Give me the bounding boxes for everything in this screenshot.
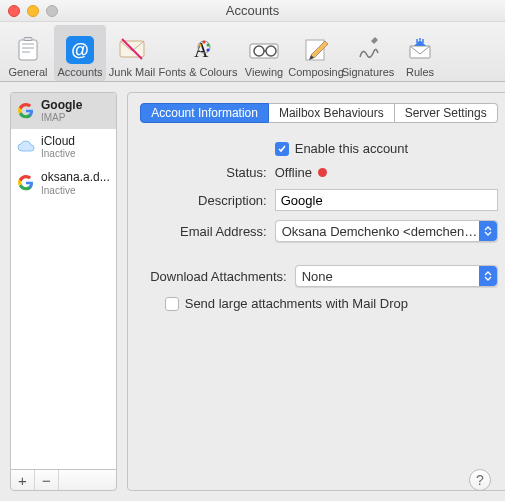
toolbar-label: Junk Mail	[109, 66, 155, 78]
general-icon	[13, 35, 43, 65]
description-label: Description:	[140, 193, 275, 208]
tab-mailbox-behaviours[interactable]: Mailbox Behaviours	[269, 103, 395, 123]
svg-point-11	[203, 41, 206, 44]
accounts-list[interactable]: Google IMAP iCloud Inactive oksana.a.d	[10, 92, 117, 469]
minimize-window-button[interactable]	[27, 5, 39, 17]
tab-server-settings[interactable]: Server Settings	[395, 103, 498, 123]
toolbar-label: General	[8, 66, 47, 78]
mail-drop-checkbox[interactable]	[165, 297, 179, 311]
toolbar-viewing[interactable]: Viewing	[238, 25, 290, 81]
email-address-popup[interactable]: Oksana Demchenko <demchen…	[275, 220, 498, 242]
svg-rect-4	[24, 38, 32, 41]
email-address-label: Email Address:	[140, 224, 275, 239]
viewing-icon	[249, 35, 279, 65]
google-icon	[17, 174, 35, 192]
account-row-google[interactable]: Google IMAP	[11, 93, 116, 129]
svg-point-12	[207, 44, 210, 47]
account-name: oksana.a.d...	[41, 171, 110, 184]
status-value: Offline	[275, 165, 312, 180]
description-input[interactable]	[275, 189, 498, 211]
close-window-button[interactable]	[8, 5, 20, 17]
enable-account-label: Enable this account	[295, 141, 408, 156]
add-account-button[interactable]: +	[11, 470, 35, 490]
sidebar-footer: + −	[10, 469, 117, 491]
composing-icon	[301, 35, 331, 65]
toolbar-composing[interactable]: Composing	[290, 25, 342, 81]
svg-rect-3	[22, 51, 30, 53]
svg-rect-2	[22, 47, 34, 49]
svg-rect-1	[22, 43, 34, 45]
toolbar-label: Signatures	[342, 66, 395, 78]
toolbar-junk-mail[interactable]: Junk Mail	[106, 25, 158, 81]
status-indicator-icon	[318, 168, 327, 177]
account-subtitle: Inactive	[41, 148, 75, 159]
account-name: Google	[41, 99, 82, 112]
toolbar-label: Accounts	[57, 66, 102, 78]
email-address-value: Oksana Demchenko <demchen…	[282, 224, 497, 239]
tab-account-information[interactable]: Account Information	[140, 103, 269, 123]
account-detail-pane: Account Information Mailbox Behaviours S…	[127, 92, 505, 491]
preferences-toolbar: General @ Accounts Junk Mail A Fonts & C…	[0, 22, 505, 82]
rules-icon	[405, 35, 435, 65]
toolbar-label: Fonts & Colours	[159, 66, 238, 78]
google-icon	[17, 102, 35, 120]
account-subtitle: Inactive	[41, 185, 110, 196]
signatures-icon	[353, 35, 383, 65]
chevron-up-down-icon	[479, 221, 497, 241]
icloud-icon	[17, 138, 35, 156]
toolbar-label: Rules	[406, 66, 434, 78]
junk-mail-icon	[117, 35, 147, 65]
traffic-lights	[8, 5, 58, 17]
toolbar-fonts-colours[interactable]: A Fonts & Colours	[158, 25, 238, 81]
account-subtitle: IMAP	[41, 112, 82, 123]
account-name: iCloud	[41, 135, 75, 148]
detail-tabs: Account Information Mailbox Behaviours S…	[140, 103, 498, 123]
fonts-colours-icon: A	[183, 35, 213, 65]
at-sign-icon: @	[65, 35, 95, 65]
toolbar-signatures[interactable]: Signatures	[342, 25, 394, 81]
status-label: Status:	[140, 165, 275, 180]
help-icon: ?	[476, 472, 484, 488]
toolbar-accounts[interactable]: @ Accounts	[54, 25, 106, 81]
window-titlebar: Accounts	[0, 0, 505, 22]
svg-text:@: @	[71, 40, 89, 60]
help-button[interactable]: ?	[469, 469, 491, 491]
svg-point-13	[207, 49, 210, 52]
download-attachments-value: None	[302, 269, 333, 284]
remove-account-button[interactable]: −	[35, 470, 59, 490]
toolbar-general[interactable]: General	[2, 25, 54, 81]
download-attachments-popup[interactable]: None	[295, 265, 498, 287]
toolbar-label: Viewing	[245, 66, 283, 78]
enable-account-checkbox[interactable]	[275, 142, 289, 156]
svg-point-14	[199, 44, 202, 47]
window-title: Accounts	[226, 3, 279, 18]
zoom-window-button[interactable]	[46, 5, 58, 17]
mail-drop-label: Send large attachments with Mail Drop	[185, 296, 408, 311]
download-attachments-label: Download Attachments:	[140, 269, 295, 284]
account-row-icloud[interactable]: iCloud Inactive	[11, 129, 116, 165]
account-row-oksana[interactable]: oksana.a.d... Inactive	[11, 165, 116, 201]
toolbar-rules[interactable]: Rules	[394, 25, 446, 81]
chevron-up-down-icon	[479, 266, 497, 286]
toolbar-label: Composing	[288, 66, 344, 78]
accounts-sidebar: Google IMAP iCloud Inactive oksana.a.d	[10, 92, 117, 491]
